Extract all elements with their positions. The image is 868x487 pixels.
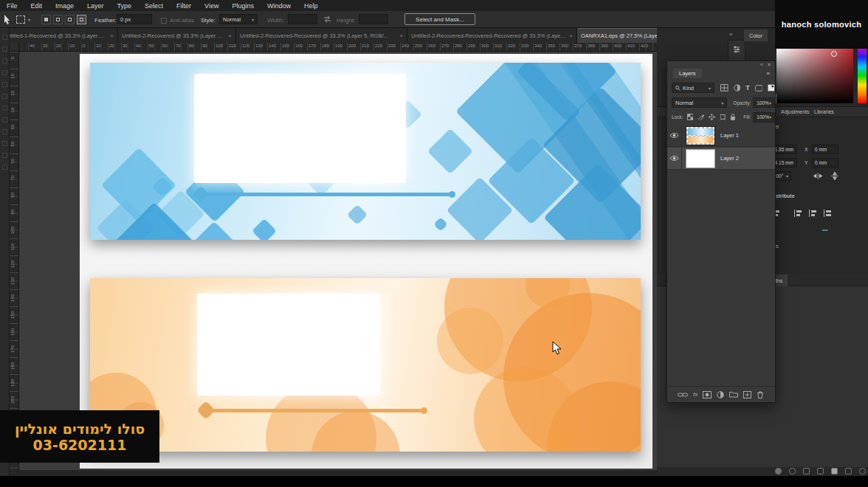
- dot-icon[interactable]: [775, 468, 782, 474]
- lock-transparency-icon[interactable]: [687, 114, 694, 120]
- horizontal-ruler[interactable]: 4030201001020304050607080901001101201301…: [19, 43, 657, 52]
- adjustment-layer-icon[interactable]: [717, 391, 724, 398]
- close-tab-icon[interactable]: ×: [228, 32, 232, 39]
- document-canvas[interactable]: [80, 54, 652, 469]
- layer-thumbnail[interactable]: [686, 149, 715, 168]
- canvas-viewport[interactable]: [19, 52, 657, 470]
- gear-icon[interactable]: [859, 468, 866, 474]
- more-options-dots[interactable]: •••: [822, 227, 827, 232]
- lock-all-icon[interactable]: [730, 114, 736, 121]
- x-value-field[interactable]: 0 mm: [812, 145, 838, 154]
- flip-horizontal-icon[interactable]: [813, 173, 822, 179]
- ruler-label: 30: [10, 108, 15, 113]
- dock-bottom-toolbar[interactable]: [775, 468, 866, 474]
- square-icon[interactable]: [831, 468, 838, 474]
- height-input[interactable]: [359, 14, 388, 24]
- menu-item-help[interactable]: Help: [297, 2, 325, 10]
- menu-item-file[interactable]: File: [0, 2, 24, 10]
- style-select[interactable]: Normal▾: [219, 14, 258, 24]
- move-tool-icon[interactable]: [4, 15, 11, 24]
- distribute-icon[interactable]: [824, 210, 831, 217]
- intersect-selection-button[interactable]: [77, 15, 86, 24]
- lock-pixels-icon[interactable]: [698, 114, 704, 120]
- tab-color[interactable]: Color: [744, 30, 768, 41]
- lock-position-icon[interactable]: [709, 114, 715, 120]
- filter-smart-objects-icon[interactable]: [768, 84, 775, 91]
- banner-text-placeholder: [197, 294, 380, 396]
- circle-icon[interactable]: [789, 468, 796, 474]
- width-input[interactable]: [288, 14, 317, 24]
- document-tab[interactable]: Untitled-2-Recovered-Recovered @ 33.3% (…: [236, 28, 407, 43]
- close-tab-icon[interactable]: ×: [110, 32, 114, 39]
- collapse-panels-icon[interactable]: «: [729, 31, 732, 38]
- flip-vertical-icon[interactable]: [831, 172, 838, 180]
- filter-adjustment-layers-icon[interactable]: [734, 84, 741, 91]
- menu-item-view[interactable]: View: [198, 2, 225, 10]
- filter-shape-layers-icon[interactable]: [755, 85, 763, 91]
- layer-style-icon[interactable]: fx: [693, 391, 698, 398]
- menu-item-layer[interactable]: Layer: [80, 2, 111, 10]
- watermark-phone-number: 03-6202111: [33, 437, 127, 453]
- watermark-school: סולו לימודים אונליין 03-6202111: [0, 410, 159, 463]
- blend-mode-select[interactable]: Normal▾: [672, 97, 727, 108]
- close-tab-icon[interactable]: ×: [399, 32, 403, 39]
- home-icon[interactable]: [817, 468, 824, 474]
- collapse-panel-icon[interactable]: «: [760, 62, 763, 67]
- new-layer-icon[interactable]: [743, 391, 751, 398]
- vertical-ruler[interactable]: 0102030405060708090100110120130140150160…: [10, 52, 19, 470]
- anti-alias-checkbox[interactable]: Anti-alias: [161, 17, 194, 24]
- fill-field[interactable]: 100%▾: [753, 112, 775, 122]
- layer-mask-icon[interactable]: [703, 391, 712, 398]
- new-selection-button[interactable]: [41, 15, 51, 24]
- rotate-icon[interactable]: [803, 468, 810, 474]
- layer-row-2-selected[interactable]: Layer 2: [667, 148, 775, 170]
- align-right-icon[interactable]: [809, 210, 816, 217]
- kind-filter-select[interactable]: Kind▾: [672, 83, 714, 93]
- filter-type-layers-icon[interactable]: T: [745, 84, 750, 91]
- tool-dropdown-caret[interactable]: ▾: [28, 17, 30, 22]
- hue-slider[interactable]: [858, 48, 867, 103]
- y-value-field[interactable]: 0 mm: [812, 158, 838, 167]
- close-tab-icon[interactable]: ×: [569, 32, 573, 39]
- add-selection-button[interactable]: [53, 15, 63, 24]
- marquee-tool-icon[interactable]: [16, 15, 25, 24]
- subtract-selection-button[interactable]: [65, 15, 75, 24]
- y-label: Y: [805, 160, 808, 165]
- link-layers-icon[interactable]: [678, 392, 688, 398]
- layers-panel-title[interactable]: Layers: [673, 69, 702, 78]
- layer-row-1[interactable]: Layer 1: [667, 125, 775, 147]
- color-picker-indicator[interactable]: [831, 51, 837, 57]
- tab-adjustments[interactable]: Adjustments: [781, 109, 810, 114]
- document-tab[interactable]: Untitled-2-Recovered @ 33.3% (Layer 5, R…: [118, 28, 236, 43]
- delete-layer-icon[interactable]: [757, 391, 764, 398]
- swap-width-height-icon[interactable]: [323, 15, 331, 23]
- lock-artboard-icon[interactable]: [720, 114, 726, 120]
- feather-input[interactable]: 0 px: [117, 14, 152, 24]
- layer-visibility-toggle[interactable]: [667, 125, 682, 147]
- properties-panel-icon[interactable]: [732, 45, 741, 54]
- document-tab[interactable]: Untitled-1-Recovered @ 33.3% (Layer 4, R…: [0, 28, 118, 43]
- align-center-icon[interactable]: [794, 210, 802, 217]
- toolbar-strip[interactable]: [0, 28, 10, 476]
- menu-item-edit[interactable]: Edit: [24, 2, 49, 10]
- panel-menu-icon[interactable]: ≡: [767, 70, 770, 77]
- layer-name[interactable]: Layer 1: [720, 132, 739, 139]
- layer-name[interactable]: Layer 2: [720, 155, 739, 162]
- menu-item-window[interactable]: Window: [261, 2, 297, 10]
- menu-item-filter[interactable]: Filter: [170, 2, 198, 10]
- tab-libraries[interactable]: Libraries: [814, 109, 834, 114]
- menu-bar: File Edit Image Layer Type Select Filter…: [0, 0, 868, 11]
- layer-visibility-toggle[interactable]: [667, 148, 682, 170]
- layer-thumbnail[interactable]: [686, 126, 715, 145]
- menu-item-type[interactable]: Type: [111, 2, 139, 10]
- menu-item-plugins[interactable]: Plugins: [225, 2, 261, 10]
- opacity-field[interactable]: 100%▾: [753, 97, 775, 108]
- document-tab[interactable]: Untitled-2-Recovered-Recovered-Recovered…: [407, 28, 577, 43]
- type-icon[interactable]: [845, 468, 852, 474]
- filter-pixel-layers-icon[interactable]: [720, 84, 728, 91]
- new-group-icon[interactable]: [729, 391, 738, 398]
- menu-item-select[interactable]: Select: [138, 2, 170, 10]
- color-picker-field[interactable]: [776, 48, 853, 103]
- menu-item-image[interactable]: Image: [49, 2, 80, 10]
- select-and-mask-button[interactable]: Select and Mask...: [404, 13, 475, 25]
